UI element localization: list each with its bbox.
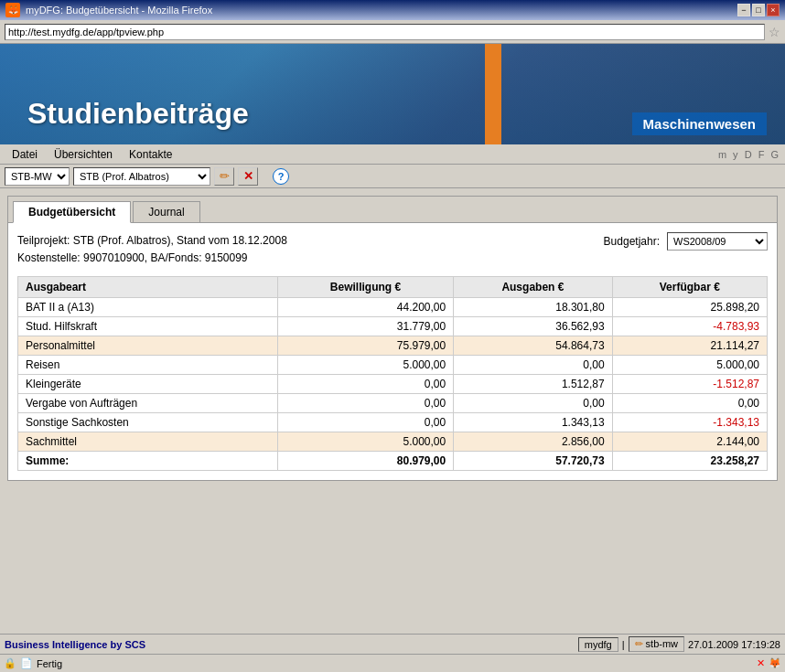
minimize-button[interactable]: − — [737, 4, 750, 16]
bookmark-icon[interactable]: ☆ — [769, 25, 780, 39]
content-panel: Budgetübersicht Journal Teilprojekt: STB… — [7, 196, 778, 481]
app-icon: 🦊 — [5, 3, 20, 17]
app-status-bar: Business Intelligence by SCS mydfg | ✏ s… — [0, 634, 785, 654]
status-datetime: 27.01.2009 17:19:28 — [688, 639, 780, 650]
budget-table: Ausgabeart Bewilligung € Ausgaben € Verf… — [17, 276, 768, 471]
table-row: Stud. Hilfskraft31.779,0036.562,93-4.783… — [18, 317, 768, 336]
table-row: Sachmittel5.000,002.856,002.144,00 — [18, 432, 768, 452]
cell-verfuegbar: 0,00 — [612, 394, 767, 413]
url-input[interactable] — [5, 24, 765, 40]
app-header: Studienbeiträge Maschinenwesen — [0, 44, 785, 144]
project-select[interactable]: STB-MW — [5, 167, 70, 186]
budget-year-label: Budgetjahr: — [604, 235, 660, 248]
menu-ubersichten[interactable]: Übersichten — [47, 146, 120, 163]
window-title: myDFG: Budgetübersicht - Mozilla Firefox — [26, 5, 212, 16]
cell-ausgabeart: BAT II a (A13) — [18, 298, 278, 317]
profile-select[interactable]: STB (Prof. Albatros) — [73, 167, 210, 186]
cell-ausgaben: 1.343,13 — [454, 413, 612, 432]
cell-ausgabeart: Summe: — [18, 452, 278, 471]
budget-year-select[interactable]: WS2008/09 — [667, 232, 768, 251]
cell-ausgabeart: Kleingeräte — [18, 375, 278, 394]
tab-bar: Budgetübersicht Journal — [8, 197, 777, 222]
cell-bewilligung: 80.979,00 — [277, 452, 453, 471]
col-verfuegbar: Verfügbar € — [612, 277, 767, 298]
cell-verfuegbar: -4.783,93 — [612, 317, 767, 336]
mydfg-badge: mydfg — [578, 637, 618, 652]
cell-bewilligung: 0,00 — [277, 413, 453, 432]
col-bewilligung: Bewilligung € — [277, 277, 453, 298]
close-button[interactable]: × — [767, 4, 780, 16]
cell-ausgaben: 36.562,93 — [454, 317, 612, 336]
table-row: Personalmittel75.979,0054.864,7321.114,2… — [18, 336, 768, 356]
user-badge: ✏ stb-mw — [629, 636, 685, 652]
budget-info-line1: Teilprojekt: STB (Prof. Albatros), Stand… — [17, 232, 287, 250]
table-row: Kleingeräte0,001.512,87-1.512,87 — [18, 375, 768, 394]
cell-verfuegbar: 25.898,20 — [612, 298, 767, 317]
budget-info-line2: Kostenstelle: 9907010900, BA/Fonds: 9150… — [17, 250, 287, 267]
app-subtitle: Maschinenwesen — [632, 112, 767, 135]
status-left-text: Business Intelligence by SCS — [5, 639, 145, 650]
cell-ausgaben: 18.301,80 — [454, 298, 612, 317]
cell-verfuegbar: 23.258,27 — [612, 452, 767, 471]
budget-info: Teilprojekt: STB (Prof. Albatros), Stand… — [17, 232, 768, 267]
menu-datei[interactable]: Datei — [5, 146, 45, 163]
menu-bar: Datei Übersichten Kontakte m y D F G — [0, 144, 785, 165]
cell-bewilligung: 5.000,00 — [277, 356, 453, 375]
table-row: Reisen5.000,000,005.000,00 — [18, 356, 768, 375]
menu-kontakte[interactable]: Kontakte — [122, 146, 179, 163]
cell-ausgaben: 57.720,73 — [454, 452, 612, 471]
tab-journal[interactable]: Journal — [133, 201, 199, 222]
table-row: Summe:80.979,0057.720,7323.258,27 — [18, 452, 768, 471]
maximize-button[interactable]: □ — [752, 4, 765, 16]
cell-ausgaben: 0,00 — [454, 356, 612, 375]
delete-button[interactable]: ✕ — [238, 167, 258, 186]
cell-ausgabeart: Sonstige Sachkosten — [18, 413, 278, 432]
address-bar: ☆ — [0, 20, 785, 44]
cell-ausgabeart: Reisen — [18, 356, 278, 375]
cell-ausgaben: 2.856,00 — [454, 432, 612, 452]
cell-bewilligung: 0,00 — [277, 375, 453, 394]
cell-bewilligung: 75.979,00 — [277, 336, 453, 356]
cell-ausgaben: 54.864,73 — [454, 336, 612, 356]
cell-ausgaben: 1.512,87 — [454, 375, 612, 394]
cell-ausgabeart: Personalmittel — [18, 336, 278, 356]
cell-ausgabeart: Stud. Hilfskraft — [18, 317, 278, 336]
col-ausgabeart: Ausgabeart — [18, 277, 278, 298]
window-controls: − □ × — [737, 4, 780, 16]
table-row: Sonstige Sachkosten0,001.343,13-1.343,13 — [18, 413, 768, 432]
cell-verfuegbar: 2.144,00 — [612, 432, 767, 452]
cell-bewilligung: 5.000,00 — [277, 432, 453, 452]
cell-ausgaben: 0,00 — [454, 394, 612, 413]
toolbar: STB-MW STB (Prof. Albatros) ✏ ✕ ? — [0, 165, 785, 188]
cell-bewilligung: 0,00 — [277, 394, 453, 413]
cell-bewilligung: 31.779,00 — [277, 317, 453, 336]
cell-ausgabeart: Vergabe von Aufträgen — [18, 394, 278, 413]
cell-ausgabeart: Sachmittel — [18, 432, 278, 452]
cell-verfuegbar: -1.512,87 — [612, 375, 767, 394]
tab-content: Teilprojekt: STB (Prof. Albatros), Stand… — [8, 222, 777, 480]
browser-status-bar: 🔒 📄 Fertig ✕ 🦊 — [0, 654, 785, 672]
col-ausgaben: Ausgaben € — [454, 277, 612, 298]
help-button[interactable]: ? — [273, 168, 289, 185]
ready-text: Fertig — [37, 658, 62, 669]
edit-button[interactable]: ✏ — [214, 167, 234, 186]
brand-text: m y D F G — [718, 149, 780, 160]
cell-verfuegbar: 5.000,00 — [612, 356, 767, 375]
cell-bewilligung: 44.200,00 — [277, 298, 453, 317]
table-row: Vergabe von Aufträgen0,000,000,00 — [18, 394, 768, 413]
cell-verfuegbar: 21.114,27 — [612, 336, 767, 356]
title-bar: 🦊 myDFG: Budgetübersicht - Mozilla Firef… — [0, 0, 785, 20]
table-row: BAT II a (A13)44.200,0018.301,8025.898,2… — [18, 298, 768, 317]
tab-budgetubersicht[interactable]: Budgetübersicht — [13, 201, 131, 223]
cell-verfuegbar: -1.343,13 — [612, 413, 767, 432]
